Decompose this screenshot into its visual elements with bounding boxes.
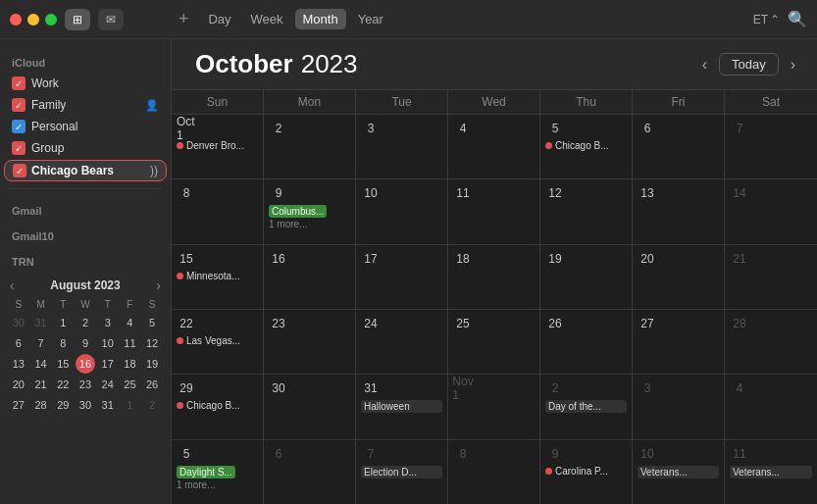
mini-cal-day[interactable]: 30 <box>9 313 28 332</box>
mini-cal-day[interactable]: 9 <box>76 333 95 353</box>
cal-cell[interactable]: 10Veterans... <box>633 440 725 504</box>
mini-cal-day[interactable]: 12 <box>142 333 162 353</box>
cal-cell[interactable]: 20 <box>633 245 725 309</box>
mini-cal-day[interactable]: 24 <box>98 375 118 394</box>
mini-cal-day[interactable]: 11 <box>120 333 139 353</box>
mini-cal-day[interactable]: 16 <box>76 354 95 374</box>
mail-button[interactable]: ✉ <box>98 9 124 30</box>
mini-cal-day[interactable]: 19 <box>142 354 162 374</box>
mini-cal-day[interactable]: 1 <box>53 313 73 332</box>
cal-cell[interactable]: 8 <box>448 440 540 504</box>
mini-cal-prev[interactable]: ‹ <box>8 277 17 293</box>
mini-cal-day[interactable]: 10 <box>98 333 118 353</box>
cal-cell[interactable]: 9Carolina P... <box>540 440 633 504</box>
cal-cell[interactable]: Nov 1 <box>448 375 540 438</box>
calendar-event[interactable]: Las Vegas... <box>177 335 258 346</box>
mini-cal-day[interactable]: 1 <box>120 395 139 415</box>
tab-day[interactable]: Day <box>200 9 238 29</box>
cal-cell[interactable]: 11Veterans... <box>725 440 817 504</box>
cal-cell[interactable]: 11 <box>448 179 540 243</box>
cal-cell[interactable]: 9Columbus...1 more... <box>264 179 356 243</box>
mini-cal-next[interactable]: › <box>154 277 163 293</box>
mini-cal-day[interactable]: 25 <box>120 375 139 394</box>
cal-cell[interactable]: 2 <box>264 115 356 178</box>
cal-cell[interactable]: 8 <box>172 179 264 243</box>
cal-cell[interactable]: 26 <box>540 310 633 374</box>
cal-cell[interactable]: 13 <box>633 179 725 243</box>
mini-cal-day[interactable]: 26 <box>142 375 162 394</box>
cal-cell[interactable]: 4 <box>725 375 817 438</box>
mini-cal-day[interactable]: 2 <box>142 395 162 415</box>
cal-cell[interactable]: 5Daylight S...1 more... <box>172 440 264 504</box>
cal-cell[interactable]: 28 <box>725 310 817 374</box>
cal-cell[interactable]: 30 <box>264 375 356 438</box>
more-events-link[interactable]: 1 more... <box>269 219 350 229</box>
sidebar-item-group[interactable]: ✓ Group <box>4 138 167 158</box>
cal-cell[interactable]: 16 <box>264 245 356 309</box>
more-events-link[interactable]: 1 more... <box>177 479 258 490</box>
cal-cell[interactable]: 4 <box>448 115 540 178</box>
cal-cell[interactable]: 10 <box>356 179 448 243</box>
cal-cell[interactable]: 24 <box>356 310 448 374</box>
mini-cal-day[interactable]: 30 <box>76 395 95 415</box>
cal-cell[interactable]: 6 <box>633 115 725 178</box>
cal-cell[interactable]: 25 <box>448 310 540 374</box>
mini-cal-day[interactable]: 27 <box>9 395 28 415</box>
add-event-button[interactable]: + <box>175 9 193 29</box>
cal-cell[interactable]: 18 <box>448 245 540 309</box>
cal-cell[interactable]: 31Halloween <box>356 375 448 438</box>
calendar-event[interactable]: Chicago B... <box>545 140 627 151</box>
cal-prev-button[interactable]: ‹ <box>696 54 713 76</box>
mini-cal-day[interactable]: 7 <box>31 333 51 353</box>
calendar-event[interactable]: Denver Bro... <box>177 140 258 151</box>
mini-cal-day[interactable]: 29 <box>53 395 73 415</box>
mini-cal-day[interactable]: 18 <box>120 354 139 374</box>
mini-cal-day[interactable]: 3 <box>98 313 118 332</box>
work-checkbox[interactable]: ✓ <box>12 76 26 90</box>
event-label[interactable]: Veterans... <box>730 466 812 479</box>
cal-cell[interactable]: 27 <box>633 310 725 374</box>
sidebar-item-family[interactable]: ✓ Family 👤 <box>4 95 167 115</box>
event-label[interactable]: Day of the... <box>545 400 627 413</box>
cal-cell[interactable]: 2Day of the... <box>540 375 633 438</box>
calendar-event[interactable]: Daylight S... <box>177 466 258 479</box>
cal-cell[interactable]: 12 <box>540 179 633 243</box>
sidebar-item-personal[interactable]: ✓ Personal <box>4 117 167 136</box>
event-label[interactable]: Election D... <box>361 466 442 479</box>
personal-checkbox[interactable]: ✓ <box>12 120 26 133</box>
cal-cell[interactable]: 3 <box>356 115 448 178</box>
tab-week[interactable]: Week <box>243 9 291 29</box>
maximize-button[interactable] <box>45 14 57 25</box>
event-label[interactable]: Veterans... <box>638 466 719 479</box>
mini-cal-day[interactable]: 22 <box>53 375 73 394</box>
mini-cal-day[interactable]: 6 <box>9 333 28 353</box>
calendar-event[interactable]: Carolina P... <box>545 466 627 477</box>
cal-cell[interactable]: 21 <box>725 245 817 309</box>
cal-cell[interactable]: 15Minnesota... <box>172 245 264 309</box>
calendar-view-toggle[interactable]: ⊞ <box>65 9 90 30</box>
today-button[interactable]: Today <box>719 53 779 76</box>
mini-cal-day[interactable]: 23 <box>76 375 95 394</box>
cal-cell[interactable]: 6 <box>264 440 356 504</box>
chicago-bears-checkbox[interactable]: ✓ <box>13 164 26 177</box>
mini-cal-day[interactable]: 20 <box>9 375 28 394</box>
mini-cal-day[interactable]: 14 <box>31 354 51 374</box>
mini-cal-day[interactable]: 15 <box>53 354 73 374</box>
cal-cell[interactable]: Oct 1Denver Bro... <box>172 115 264 178</box>
mini-cal-day[interactable]: 5 <box>142 313 162 332</box>
cal-cell[interactable]: 7 <box>725 115 817 178</box>
cal-cell[interactable]: 29Chicago B... <box>172 375 264 438</box>
mini-cal-day[interactable]: 31 <box>31 313 51 332</box>
minimize-button[interactable] <box>27 14 39 25</box>
cal-cell[interactable]: 17 <box>356 245 448 309</box>
sidebar-item-chicago-bears[interactable]: ✓ Chicago Bears )) <box>4 160 167 181</box>
close-button[interactable] <box>10 14 22 25</box>
calendar-event[interactable]: Columbus... <box>269 205 350 218</box>
timezone-button[interactable]: ET ⌃ <box>753 13 780 26</box>
mini-cal-day[interactable]: 2 <box>76 313 95 332</box>
cal-cell[interactable]: 23 <box>264 310 356 374</box>
calendar-event[interactable]: Chicago B... <box>177 400 258 411</box>
cal-cell[interactable]: 3 <box>633 375 725 438</box>
cal-cell[interactable]: 14 <box>725 179 817 243</box>
cal-cell[interactable]: 22Las Vegas... <box>172 310 264 374</box>
